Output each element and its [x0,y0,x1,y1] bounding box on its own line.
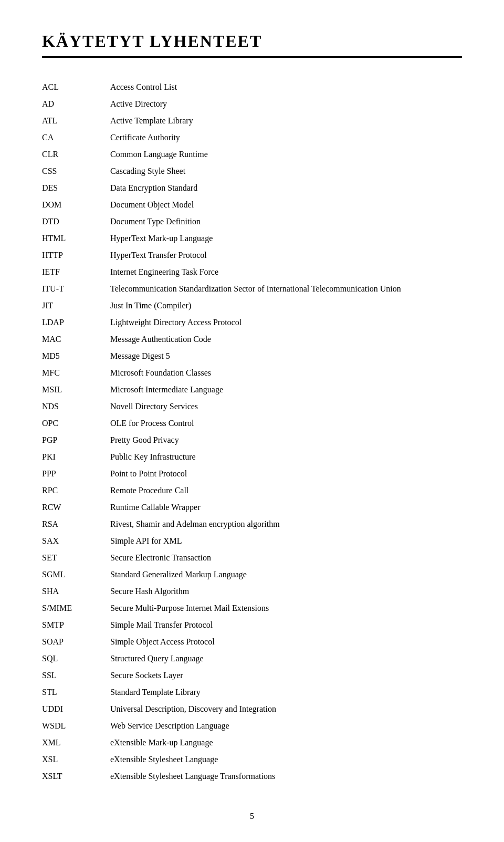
definition: Access Control List [105,79,462,96]
abbreviation: MFC [42,365,105,381]
definition: Secure Hash Algorithm [105,583,462,600]
definition: Secure Sockets Layer [105,667,462,684]
definition: eXtensible Stylesheet Language Transform… [105,768,462,785]
abbreviation: SAX [42,533,105,549]
abbreviation: LDAP [42,314,105,331]
definition: Telecommunication Standardization Sector… [105,280,462,297]
definition: Structured Query Language [105,650,462,667]
abbreviation: HTML [42,230,105,247]
table-row: PGPPretty Good Privacy [42,432,462,449]
definition: Active Directory [105,96,462,112]
table-row: SGMLStandard Generalized Markup Language [42,566,462,583]
table-row: NDSNovell Directory Services [42,398,462,415]
table-row: SSLSecure Sockets Layer [42,667,462,684]
table-row: S/MIMESecure Multi-Purpose Internet Mail… [42,600,462,617]
abbreviation: NDS [42,398,105,415]
table-row: PKIPublic Key Infrastructure [42,449,462,465]
definition: Standard Generalized Markup Language [105,566,462,583]
table-row: UDDIUniversal Description, Discovery and… [42,701,462,718]
definition: Microsoft Intermediate Language [105,381,462,398]
abbreviation: RSA [42,516,105,533]
definition: Pretty Good Privacy [105,432,462,449]
definition: eXtensible Stylesheet Language [105,751,462,768]
abbreviation: WSDL [42,718,105,734]
table-row: HTTPHyperText Transfer Protocol [42,247,462,264]
definition: Data Encryption Standard [105,180,462,196]
table-row: SAXSimple API for XML [42,533,462,549]
abbreviation: IETF [42,264,105,280]
definition: HyperText Mark-up Language [105,230,462,247]
abbreviation: XML [42,734,105,751]
definition: Certificate Authority [105,129,462,146]
abbreviation: HTTP [42,247,105,264]
abbreviation: MAC [42,331,105,348]
table-row: OPCOLE for Process Control [42,415,462,432]
table-row: CLRCommon Language Runtime [42,146,462,163]
abbreviations-table: ACLAccess Control ListADActive Directory… [42,79,462,785]
table-row: CACertificate Authority [42,129,462,146]
abbreviation: MD5 [42,348,105,365]
abbreviation: SQL [42,650,105,667]
table-row: PPPPoint to Point Protocol [42,465,462,482]
abbreviation: RCW [42,499,105,516]
table-row: SHASecure Hash Algorithm [42,583,462,600]
definition: Internet Engineering Task Force [105,264,462,280]
definition: Public Key Infrastructure [105,449,462,465]
definition: Universal Description, Discovery and Int… [105,701,462,718]
definition: Web Service Description Language [105,718,462,734]
table-row: RPCRemote Procedure Call [42,482,462,499]
abbreviation: SHA [42,583,105,600]
definition: Secure Multi-Purpose Internet Mail Exten… [105,600,462,617]
table-row: CSSCascading Style Sheet [42,163,462,180]
abbreviation: MSIL [42,381,105,398]
definition: Novell Directory Services [105,398,462,415]
abbreviation: SGML [42,566,105,583]
definition: Document Object Model [105,196,462,213]
table-row: LDAPLightweight Directory Access Protoco… [42,314,462,331]
definition: Simple API for XML [105,533,462,549]
abbreviation: DTD [42,213,105,230]
table-row: WSDLWeb Service Description Language [42,718,462,734]
table-row: ADActive Directory [42,96,462,112]
abbreviation: PGP [42,432,105,449]
definition: Runtime Callable Wrapper [105,499,462,516]
table-row: RSARivest, Shamir and Adelman encryption… [42,516,462,533]
table-row: MSILMicrosoft Intermediate Language [42,381,462,398]
page-number: 5 [250,812,254,821]
table-row: MFCMicrosoft Foundation Classes [42,365,462,381]
abbreviation: CLR [42,146,105,163]
abbreviation: XSLT [42,768,105,785]
table-row: DOMDocument Object Model [42,196,462,213]
table-row: XMLeXtensible Mark-up Language [42,734,462,751]
definition: Common Language Runtime [105,146,462,163]
abbreviation: RPC [42,482,105,499]
definition: Document Type Definition [105,213,462,230]
abbreviation: UDDI [42,701,105,718]
definition: Rivest, Shamir and Adelman encryption al… [105,516,462,533]
table-row: SOAPSimple Object Access Protocol [42,633,462,650]
definition: Simple Mail Transfer Protocol [105,617,462,633]
definition: OLE for Process Control [105,415,462,432]
abbreviation: CSS [42,163,105,180]
abbreviation: DOM [42,196,105,213]
abbreviation: PPP [42,465,105,482]
table-row: ATLActive Template Library [42,112,462,129]
definition: Message Authentication Code [105,331,462,348]
table-row: SQLStructured Query Language [42,650,462,667]
table-row: JITJust In Time (Compiler) [42,297,462,314]
abbreviation: XSL [42,751,105,768]
abbreviation: PKI [42,449,105,465]
abbreviation: JIT [42,297,105,314]
abbreviation: STL [42,684,105,701]
table-row: IETFInternet Engineering Task Force [42,264,462,280]
abbreviation: S/MIME [42,600,105,617]
abbreviation: ACL [42,79,105,96]
definition: Just In Time (Compiler) [105,297,462,314]
definition: Remote Procedure Call [105,482,462,499]
table-row: XSLTeXtensible Stylesheet Language Trans… [42,768,462,785]
abbreviation: SMTP [42,617,105,633]
abbreviation: SSL [42,667,105,684]
definition: Secure Electronic Transaction [105,549,462,566]
table-row: HTMLHyperText Mark-up Language [42,230,462,247]
definition: Active Template Library [105,112,462,129]
